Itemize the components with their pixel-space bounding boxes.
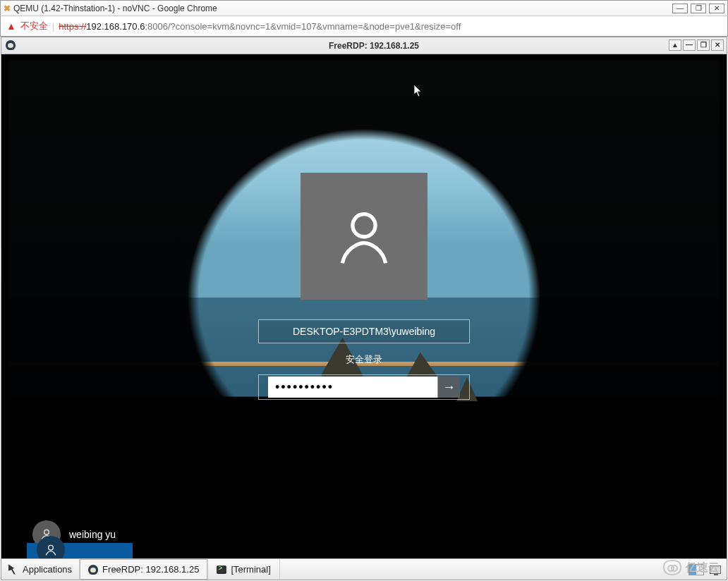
password-input[interactable] [268, 377, 437, 398]
chrome-maximize-button[interactable]: ❐ [691, 4, 706, 13]
freerdp-rollup-button[interactable]: ▲ [669, 39, 681, 51]
username-display: DESKTOP-E3PDTM3\yuweibing [258, 319, 470, 343]
applications-menu-button[interactable]: Applications [1, 559, 80, 580]
user-icon [332, 204, 396, 269]
freerdp-window-title: FreeRDP: 192.168.1.25 [21, 41, 727, 51]
freerdp-app-icon [6, 40, 17, 51]
taskbar-item-terminal[interactable]: [Terminal] [208, 559, 279, 580]
url-path: :8006/?console=kvm&novnc=1&vmid=107&vmna… [145, 21, 461, 32]
user-icon [44, 543, 58, 557]
arrow-right-icon: → [443, 380, 456, 395]
svg-point-1 [44, 530, 49, 534]
windows-login-panel: DESKTOP-E3PDTM3\yuweibing 安全登录 → [258, 173, 470, 400]
chrome-titlebar: ✖ QEMU (1.42-Thinstation-1) - noVNC - Go… [0, 0, 728, 16]
novnc-viewport: FreeRDP: 192.168.1.25 ▲ — ❐ ✕ ▶ [1, 37, 727, 580]
password-row: → [258, 374, 470, 400]
user-avatar-tile [301, 173, 427, 300]
system-tray [683, 564, 727, 575]
submit-login-button[interactable]: → [437, 377, 460, 398]
taskbar-item-freerdp[interactable]: FreeRDP: 192.168.1.25 [80, 559, 208, 580]
applications-label: Applications [23, 564, 72, 575]
freerdp-task-icon [88, 565, 98, 575]
freerdp-minimize-button[interactable]: — [683, 39, 696, 51]
chrome-window-title: QEMU (1.42-Thinstation-1) - noVNC - Goog… [13, 4, 672, 13]
svg-point-2 [49, 545, 54, 550]
chrome-app-icon: ✖ [4, 4, 11, 13]
chrome-url-bar[interactable]: ▲ 不安全 | https://192.168.170.6:8006/?cons… [0, 16, 728, 37]
taskbar-item-label: FreeRDP: 192.168.1.25 [102, 564, 199, 575]
workspace-switcher-icon[interactable] [688, 564, 704, 575]
freerdp-maximize-button[interactable]: ❐ [697, 39, 710, 51]
secure-login-label: 安全登录 [258, 353, 470, 366]
xfce-taskbar: Applications FreeRDP: 192.168.1.25 [Term… [1, 558, 727, 580]
freerdp-close-button[interactable]: ✕ [711, 39, 724, 51]
url-scheme: https:// [59, 21, 86, 32]
selected-user-tile[interactable] [27, 543, 133, 558]
selected-user-avatar [37, 536, 65, 558]
mouse-cursor-icon [414, 85, 423, 97]
terminal-icon [217, 565, 226, 574]
insecure-warning-icon: ▲ [6, 20, 16, 32]
applications-icon [8, 565, 18, 575]
chrome-minimize-button[interactable]: — [672, 4, 688, 13]
rdp-remote-screen[interactable]: DESKTOP-E3PDTM3\yuweibing 安全登录 → weibing… [1, 54, 727, 558]
freerdp-window-titlebar[interactable]: FreeRDP: 192.168.1.25 ▲ — ❐ ✕ [1, 37, 727, 54]
insecure-label: 不安全 [20, 20, 48, 32]
other-user-name: weibing yu [69, 529, 116, 540]
svg-point-0 [353, 214, 375, 237]
chrome-close-button[interactable]: ✕ [709, 4, 724, 13]
display-tray-icon[interactable] [710, 565, 721, 574]
urlbar-separator: | [52, 21, 54, 32]
url-host: 192.168.170.6 [86, 21, 145, 32]
taskbar-item-label: [Terminal] [231, 564, 270, 575]
